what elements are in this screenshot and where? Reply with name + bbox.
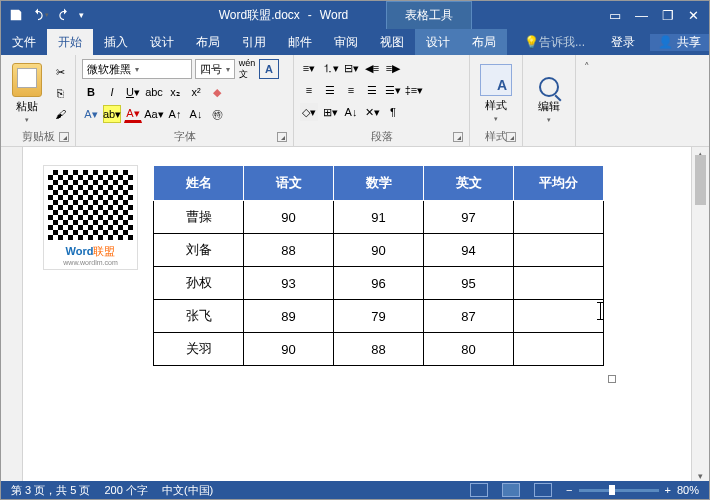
tab-mail[interactable]: 邮件 <box>277 29 323 55</box>
align-center-icon[interactable]: ☰ <box>321 81 339 99</box>
undo-icon[interactable]: ▾ <box>31 8 49 22</box>
scroll-thumb[interactable] <box>695 155 706 205</box>
subscript-button[interactable]: x₂ <box>166 83 184 101</box>
format-painter-icon[interactable]: 🖌 <box>51 105 69 123</box>
align-right-icon[interactable]: ≡ <box>342 81 360 99</box>
line-spacing-icon[interactable]: ‡≡▾ <box>405 81 423 99</box>
underline-button[interactable]: U▾ <box>124 83 142 101</box>
change-case-icon[interactable]: Aa▾ <box>145 105 163 123</box>
table-resize-handle[interactable] <box>608 375 616 383</box>
superscript-button[interactable]: x² <box>187 83 205 101</box>
collapse-ribbon-icon[interactable]: ˄ <box>576 55 598 146</box>
app-name: Word <box>320 8 348 22</box>
tab-table-design[interactable]: 设计 <box>415 29 461 55</box>
tab-home[interactable]: 开始 <box>47 29 93 55</box>
borders-icon[interactable]: ⊞▾ <box>321 103 339 121</box>
tab-insert[interactable]: 插入 <box>93 29 139 55</box>
font-size-input[interactable]: 四号▾ <box>195 59 235 79</box>
justify-icon[interactable]: ☰ <box>363 81 381 99</box>
zoom-out-icon[interactable]: − <box>566 484 572 496</box>
zoom-in-icon[interactable]: + <box>665 484 671 496</box>
table-row[interactable]: 孙权939695 <box>154 267 604 300</box>
enclose-char-icon[interactable]: ㊕ <box>208 105 226 123</box>
editing-button[interactable]: 编辑 ▾ <box>529 59 569 142</box>
paste-button[interactable]: 粘贴 ▾ <box>7 59 47 127</box>
decrease-indent-icon[interactable]: ◀≡ <box>363 59 381 77</box>
multilevel-icon[interactable]: ⊟▾ <box>342 59 360 77</box>
group-editing: 编辑 ▾ <box>523 55 576 146</box>
tab-layout[interactable]: 布局 <box>185 29 231 55</box>
tab-review[interactable]: 审阅 <box>323 29 369 55</box>
grow-font-icon[interactable]: A↑ <box>166 105 184 123</box>
table-row[interactable]: 关羽908880 <box>154 333 604 366</box>
text-effects-icon[interactable]: A▾ <box>82 105 100 123</box>
group-font: 微软雅黑▾ 四号▾ wén文 A B I U▾ abc x₂ x² ◆ A▾ a… <box>76 55 294 146</box>
print-layout-icon[interactable] <box>502 483 520 497</box>
close-icon[interactable]: ✕ <box>688 8 699 23</box>
login-button[interactable]: 登录 <box>600 34 646 51</box>
page-indicator[interactable]: 第 3 页，共 5 页 <box>11 483 90 498</box>
bold-button[interactable]: B <box>82 83 100 101</box>
tab-design[interactable]: 设计 <box>139 29 185 55</box>
bullets-icon[interactable]: ≡▾ <box>300 59 318 77</box>
paragraph-launcher[interactable] <box>453 132 463 142</box>
ribbon-options-icon[interactable]: ▭ <box>609 8 621 23</box>
page[interactable]: Word联盟 www.wordlm.com 姓名 语文 数学 英文 平均分 曹操… <box>23 147 691 483</box>
vertical-scrollbar[interactable]: ▴ ▾ <box>691 147 709 483</box>
status-bar: 第 3 页，共 5 页 200 个字 中文(中国) − + 80% <box>1 481 709 499</box>
word-count[interactable]: 200 个字 <box>104 483 147 498</box>
distribute-icon[interactable]: ☰▾ <box>384 81 402 99</box>
group-styles: 样式 ▾ 样式 <box>470 55 523 146</box>
ribbon-tabs: 文件 开始 插入 设计 布局 引用 邮件 审阅 视图 设计 布局 💡 告诉我..… <box>1 29 709 55</box>
tab-references[interactable]: 引用 <box>231 29 277 55</box>
data-table[interactable]: 姓名 语文 数学 英文 平均分 曹操909197刘备889094孙权939695… <box>153 165 604 366</box>
copy-icon[interactable]: ⎘ <box>51 84 69 102</box>
italic-button[interactable]: I <box>103 83 121 101</box>
char-border-icon[interactable]: A <box>259 59 279 79</box>
restore-icon[interactable]: ❐ <box>662 8 674 23</box>
table-row[interactable]: 刘备889094 <box>154 234 604 267</box>
tab-file[interactable]: 文件 <box>1 29 47 55</box>
font-launcher[interactable] <box>277 132 287 142</box>
increase-indent-icon[interactable]: ≡▶ <box>384 59 402 77</box>
clipboard-launcher[interactable] <box>59 132 69 142</box>
font-name-input[interactable]: 微软雅黑▾ <box>82 59 192 79</box>
align-left-icon[interactable]: ≡ <box>300 81 318 99</box>
read-mode-icon[interactable] <box>470 483 488 497</box>
strikethrough-button[interactable]: abc <box>145 83 163 101</box>
save-icon[interactable] <box>9 8 23 22</box>
styles-button[interactable]: 样式 ▾ <box>476 59 516 127</box>
redo-icon[interactable] <box>57 8 71 22</box>
zoom-control: − + 80% <box>566 484 699 496</box>
numbering-icon[interactable]: ⒈▾ <box>321 59 339 77</box>
asian-layout-icon[interactable]: ✕▾ <box>363 103 381 121</box>
table-row[interactable]: 曹操909197 <box>154 201 604 234</box>
scroll-down-icon[interactable]: ▾ <box>692 471 709 481</box>
tab-table-layout[interactable]: 布局 <box>461 29 507 55</box>
tell-me[interactable]: 💡 告诉我... <box>513 34 596 51</box>
show-marks-icon[interactable]: ¶ <box>384 103 402 121</box>
shrink-font-icon[interactable]: A↓ <box>187 105 205 123</box>
clear-format-icon[interactable]: ◆ <box>208 83 226 101</box>
minimize-icon[interactable]: — <box>635 8 648 23</box>
share-button[interactable]: 👤共享 <box>650 34 709 51</box>
cut-icon[interactable]: ✂ <box>51 63 69 81</box>
table-tools-label: 表格工具 <box>386 1 472 29</box>
table-row[interactable]: 张飞897987 <box>154 300 604 333</box>
highlight-icon[interactable]: ab▾ <box>103 105 121 123</box>
group-clipboard: 粘贴 ▾ ✂ ⎘ 🖌 剪贴板 <box>1 55 76 146</box>
zoom-level[interactable]: 80% <box>677 484 699 496</box>
paste-icon <box>12 63 42 97</box>
phonetic-guide-icon[interactable]: wén文 <box>238 60 256 78</box>
zoom-slider[interactable] <box>579 489 659 492</box>
web-layout-icon[interactable] <box>534 483 552 497</box>
tab-view[interactable]: 视图 <box>369 29 415 55</box>
shading-icon[interactable]: ◇▾ <box>300 103 318 121</box>
qr-code-icon <box>48 170 133 240</box>
styles-launcher[interactable] <box>506 132 516 142</box>
qat-customize-icon[interactable]: ▾ <box>79 10 84 20</box>
language-indicator[interactable]: 中文(中国) <box>162 483 213 498</box>
font-color-icon[interactable]: A▾ <box>124 105 142 123</box>
title-bar: ▾ ▾ Word联盟.docx - Word 表格工具 ▭ — ❐ ✕ <box>1 1 709 29</box>
sort-icon[interactable]: A↓ <box>342 103 360 121</box>
